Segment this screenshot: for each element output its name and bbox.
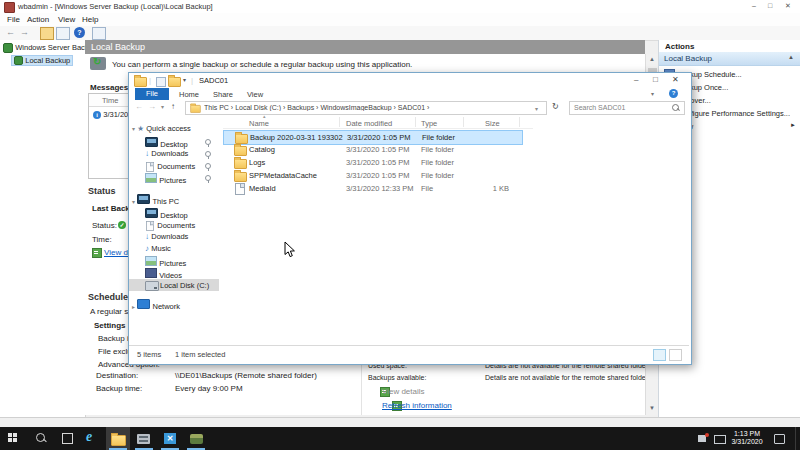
explorer-close-button[interactable]: ✕ [672, 75, 679, 84]
nav-this-pc[interactable]: ▾ This PC [132, 194, 179, 206]
address-box[interactable]: This PC › Local Disk (C:) › Backups › Wi… [185, 101, 547, 115]
search-input[interactable]: Search SADC01 [574, 104, 625, 111]
address-refresh-icon[interactable]: ↻ [552, 102, 559, 111]
details-view-icon[interactable] [653, 349, 666, 361]
crumb-backups[interactable]: Backups [287, 104, 314, 111]
chevron-right-icon[interactable]: ▸ [132, 304, 135, 310]
refresh-information-link[interactable]: Refresh information [382, 401, 452, 410]
scroll-down-icon[interactable]: ▼ [649, 405, 655, 411]
tab-share[interactable]: Share [213, 90, 233, 99]
nav-pc-music-label: Music [151, 244, 171, 253]
file-name3: Logs [249, 158, 265, 167]
ie-taskbar-icon[interactable]: e [86, 429, 92, 445]
qat-new-folder-icon[interactable] [168, 77, 181, 87]
crumb-this-pc[interactable]: This PC [204, 104, 229, 111]
nav-recent-icon[interactable]: ▾ [161, 103, 164, 110]
explorer-titlebar[interactable]: | ▾ | SADC01 – □ ✕ [129, 73, 689, 88]
menu-action[interactable]: Action [27, 15, 49, 24]
explorer-title: SADC01 [199, 76, 228, 85]
nav-forward-icon[interactable]: → [148, 102, 156, 111]
forward-icon[interactable]: → [20, 27, 29, 37]
crumb-local-disk[interactable]: Local Disk (C:) [235, 104, 281, 111]
tab-home[interactable]: Home [179, 90, 199, 99]
server-manager-taskbar-button[interactable] [132, 427, 156, 450]
help-icon[interactable]: ? [74, 27, 85, 38]
nav-qa-desktop[interactable]: Desktop [145, 137, 188, 149]
powershell-taskbar-button[interactable]: ✕ [158, 427, 182, 450]
collapse-group-icon[interactable]: ▲ [788, 54, 794, 60]
crumb-wib[interactable]: WindowsImageBackup [320, 104, 391, 111]
tab-file[interactable]: File [135, 88, 169, 100]
menu-file[interactable]: File [7, 15, 20, 24]
back-icon[interactable]: ← [6, 27, 15, 37]
col-size[interactable]: Size [485, 119, 500, 128]
file-row2[interactable]: Logs 3/31/2020 1:05 PM File folder [223, 156, 521, 169]
show-desktop-button[interactable] [795, 427, 800, 450]
search-icon[interactable] [672, 104, 679, 111]
menu-view[interactable]: View [58, 15, 75, 24]
crumb-sadc01[interactable]: SADC01 [398, 104, 425, 111]
explorer-maximize-button[interactable]: □ [653, 75, 658, 84]
file-explorer-taskbar-button[interactable] [106, 427, 130, 450]
wsb-maximize-button[interactable]: □ [768, 2, 772, 9]
nav-quick-access[interactable]: ▾ ★ Quick access [132, 124, 191, 133]
actions-group-local-backup[interactable]: Local Backup ▲ [659, 52, 800, 66]
thumbnails-view-icon[interactable] [669, 349, 682, 361]
disk-view-details[interactable]: View details [382, 387, 425, 396]
explorer-minimize-button[interactable]: – [634, 75, 638, 84]
tree-item-root[interactable]: Windows Server Backup (Local) [3, 43, 86, 53]
show-action-pane-icon[interactable] [92, 27, 106, 40]
action-center-icon[interactable] [774, 434, 785, 444]
qat-dropdown-icon[interactable]: ▾ [183, 76, 186, 83]
menu-help[interactable]: Help [82, 15, 98, 24]
address-bar-row: ← → ▾ ↑ This PC › Local Disk (C:) › Back… [129, 100, 689, 115]
nav-pc-local-disk[interactable]: Local Disk (C:) [129, 279, 219, 291]
nav-pc-downloads[interactable]: ↓ Downloads [145, 232, 188, 241]
task-view-button[interactable] [62, 433, 73, 444]
nav-pc-desktop[interactable]: Desktop [145, 208, 188, 220]
taskbar-search-button[interactable] [36, 433, 45, 444]
clock-time: 1:13 PM [730, 430, 764, 438]
chevron-down-icon2[interactable]: ▾ [132, 199, 135, 205]
col-name[interactable]: Name [249, 119, 269, 128]
wsb-taskbar-button[interactable] [184, 427, 208, 450]
address-dropdown-icon[interactable]: ▾ [535, 105, 538, 112]
nav-up-icon[interactable]: ↑ [171, 102, 175, 111]
tab-view[interactable]: View [247, 90, 263, 99]
nav-qa-pictures[interactable]: Pictures [145, 173, 186, 185]
ribbon-expand-icon[interactable]: ▾ [651, 90, 654, 97]
col-divider3[interactable] [463, 117, 464, 127]
nav-pc-documents[interactable]: Documents [145, 220, 195, 232]
desktop-icon [145, 137, 158, 147]
nav-pc-music[interactable]: ♪ Music [145, 244, 171, 253]
col-divider[interactable] [339, 117, 340, 127]
col-date-modified[interactable]: Date modified [346, 119, 392, 128]
export-list-icon[interactable] [40, 27, 54, 40]
nav-network[interactable]: ▸ Network [132, 299, 180, 311]
search-box[interactable]: Search SADC01 [569, 101, 685, 115]
col-divider2[interactable] [415, 117, 416, 127]
tray-notify-icon[interactable] [698, 435, 706, 442]
col-type[interactable]: Type [421, 119, 437, 128]
nav-qa-documents[interactable]: Documents [145, 161, 195, 173]
nav-qa-downloads[interactable]: ↓ Downloads [145, 149, 188, 158]
tree-item-local-backup[interactable]: Local Backup [11, 55, 73, 66]
wsb-close-button[interactable]: ✕ [785, 2, 791, 10]
destination-value: \\DE01\Backups (Remote shared folder) [175, 371, 317, 380]
wsb-minimize-button[interactable]: – [752, 2, 756, 9]
tray-network-icon[interactable] [714, 435, 726, 444]
nav-pc-pictures-label: Pictures [159, 259, 186, 268]
show-console-tree-icon[interactable] [56, 27, 70, 40]
taskbar-clock[interactable]: 1:13 PM 3/31/2020 [730, 430, 764, 446]
file-row[interactable]: Catalog 3/31/2020 1:05 PM File folder [223, 143, 521, 156]
scroll-up-icon[interactable]: ▲ [649, 56, 655, 62]
file-row3[interactable]: SPPMetadataCache 3/31/2020 1:05 PM File … [223, 169, 521, 182]
nav-back-icon[interactable]: ← [135, 102, 143, 111]
start-button[interactable] [8, 433, 17, 442]
chevron-down-icon[interactable]: ▾ [132, 126, 135, 132]
qat-properties-icon[interactable] [156, 77, 166, 87]
ribbon-help-icon[interactable]: ? [669, 89, 678, 98]
col-divider4[interactable] [519, 117, 520, 127]
nav-pc-pictures[interactable]: Pictures [145, 256, 186, 268]
file-row4[interactable]: MediaId 3/31/2020 12:33 PM File 1 KB [223, 182, 521, 195]
